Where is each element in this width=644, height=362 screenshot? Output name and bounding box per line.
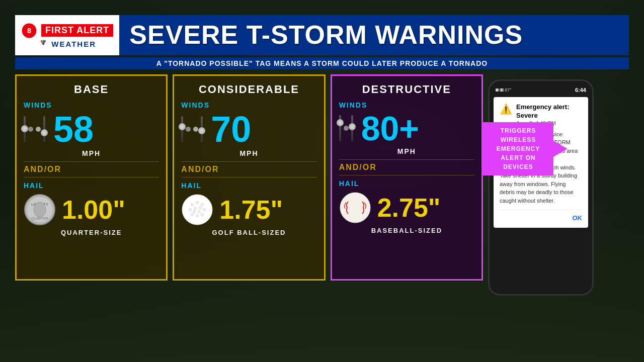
card-considerable-wind-speed: 70 xyxy=(211,111,251,147)
svg-point-15 xyxy=(199,206,202,209)
card-destructive-mph: MPH xyxy=(339,147,474,155)
svg-point-20 xyxy=(193,210,196,213)
card-base-hail-label: HAIL xyxy=(24,182,159,190)
alert-warning-icon: ⚠️ xyxy=(500,103,512,115)
phone-callout-area: TRIGGERS WIRELESS EMERGENCY ALERT ON DEV… xyxy=(488,74,629,296)
card-destructive-andor: AND/OR xyxy=(339,159,474,175)
first-alert-badge: FIRST ALERT xyxy=(41,24,113,37)
svg-point-14 xyxy=(194,207,197,210)
card-base-wind-speed: 58 xyxy=(53,111,94,147)
callout-arrow-icon xyxy=(553,141,568,157)
subtitle: A "TORNADO POSSIBLE" TAG MEANS A STORM C… xyxy=(15,57,629,69)
card-considerable-hail-size: 1.75" xyxy=(219,197,283,223)
title-box: SEVERE T-STORM WARNINGS xyxy=(119,15,629,55)
svg-point-16 xyxy=(203,208,206,211)
nbc-logo-icon: 8 xyxy=(21,23,37,39)
baseball-icon xyxy=(339,192,371,224)
card-considerable-winds-label: WINDS xyxy=(181,101,316,109)
signal-icon xyxy=(496,88,499,92)
card-destructive-wind-speed: 80+ xyxy=(361,111,419,145)
phone-status-icons: 87° xyxy=(496,87,512,93)
main-title: SEVERE T-STORM WARNINGS xyxy=(129,21,619,49)
card-base-winds-label: WINDS xyxy=(24,101,159,109)
alert-title: Emergency alert: Severe xyxy=(516,103,582,120)
nbc-peacock-icon xyxy=(38,40,48,48)
svg-point-3 xyxy=(42,43,45,45)
svg-point-17 xyxy=(191,213,194,216)
svg-point-13 xyxy=(189,208,192,211)
card-considerable-hail-label: HAIL xyxy=(181,182,316,190)
card-destructive-hail-name: BASEBALL-SIZED xyxy=(339,227,474,234)
callout-text: TRIGGERS WIRELESS EMERGENCY ALERT ON DEV… xyxy=(483,122,553,175)
card-destructive-winds-label: WINDS xyxy=(339,101,474,109)
quarter-coin-icon: LIBERTY QUARTER xyxy=(24,194,56,226)
callout-container: TRIGGERS WIRELESS EMERGENCY ALERT ON DEV… xyxy=(483,122,568,175)
phone-time: 6:44 xyxy=(575,87,586,93)
card-base-hail-size: 1.00" xyxy=(62,197,125,223)
card-destructive-hail-label: HAIL xyxy=(339,179,474,188)
alert-ok-button[interactable]: OK xyxy=(500,210,582,222)
card-base: BASE WINDS 58 MPH AND/OR HAIL xyxy=(15,74,168,281)
card-considerable-mph: MPH xyxy=(181,149,316,157)
card-base-andor: AND/OR xyxy=(24,161,159,177)
golf-ball-icon xyxy=(181,194,213,226)
card-base-mph: MPH xyxy=(24,149,159,157)
svg-point-7 xyxy=(34,202,46,217)
weather-label: WEATHER xyxy=(51,40,96,48)
header: 8 FIRST ALERT WEATHER SEVERE T-STO xyxy=(15,15,629,55)
wifi-icon xyxy=(500,88,504,92)
svg-text:QUARTER: QUARTER xyxy=(31,217,48,221)
svg-point-18 xyxy=(196,214,199,217)
card-considerable-title: CONSIDERABLE xyxy=(181,83,316,96)
phone-mockup: 87° 6:44 ⚠️ Emergency alert: Severe Aug.… xyxy=(488,79,594,296)
svg-text:8: 8 xyxy=(27,26,31,34)
card-destructive-title: DESTRUCTIVE xyxy=(339,83,474,96)
svg-point-10 xyxy=(191,203,194,206)
main-content: BASE WINDS 58 MPH AND/OR HAIL xyxy=(15,74,629,296)
card-considerable-hail-name: GOLF BALL-SIZED xyxy=(181,229,316,236)
card-destructive-hail-size: 2.75" xyxy=(377,195,441,221)
logo-box: 8 FIRST ALERT WEATHER xyxy=(15,15,119,55)
card-considerable: CONSIDERABLE WINDS 70 MPH AND/OR HAIL xyxy=(173,74,325,281)
card-considerable-andor: AND/OR xyxy=(181,161,316,177)
svg-point-11 xyxy=(196,201,199,204)
phone-status-bar: 87° 6:44 xyxy=(493,87,589,95)
card-base-title: BASE xyxy=(24,83,159,96)
svg-point-21 xyxy=(198,210,201,213)
battery-pct: 87° xyxy=(505,87,512,93)
card-destructive: DESTRUCTIVE WINDS 80+ MPH AND/OR HAIL xyxy=(331,74,483,281)
card-base-hail-name: QUARTER-SIZE xyxy=(24,229,159,236)
svg-point-12 xyxy=(201,203,204,206)
svg-point-19 xyxy=(201,213,204,216)
svg-point-9 xyxy=(182,195,212,225)
